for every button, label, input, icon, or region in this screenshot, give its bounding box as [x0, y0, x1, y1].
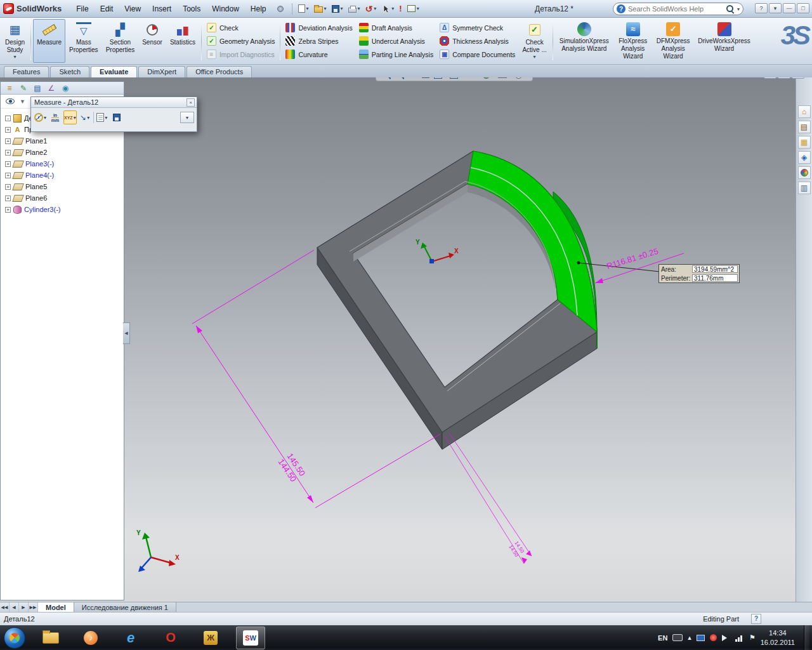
measurement-history-button[interactable]: ▾: [96, 110, 108, 124]
pin-menubar-icon[interactable]: [277, 6, 284, 12]
language-indicator[interactable]: EN: [658, 634, 667, 642]
expand-icon[interactable]: +: [5, 184, 11, 190]
ribbon-button-geometry-analysis[interactable]: ✓Geometry Analysis: [204, 35, 278, 47]
ribbon-button-driveworksxpress-wizard[interactable]: DriveWorksXpress Wizard: [694, 19, 755, 63]
taskbar-item-internet-explorer[interactable]: e: [116, 627, 145, 649]
show-xyz-measurements-button[interactable]: XYZ▾: [63, 110, 77, 124]
filter-icon[interactable]: ▼: [20, 98, 25, 105]
property-manager-tab-icon[interactable]: ✎: [18, 83, 29, 93]
ribbon-button-parting-line-analysis[interactable]: Parting Line Analysis: [356, 48, 436, 60]
taskbar-item-media-player[interactable]: ♪: [76, 627, 105, 649]
selected-face[interactable]: [468, 151, 597, 332]
small-dimension[interactable]: 14.50 14.50: [445, 433, 532, 564]
hide-show-tree-items-icon[interactable]: [6, 98, 15, 104]
tab-sketch[interactable]: Sketch: [50, 66, 89, 77]
view-palette-icon[interactable]: ◈: [798, 151, 811, 164]
solidworks-resources-icon[interactable]: ⌂: [798, 105, 811, 118]
menu-view[interactable]: View: [119, 2, 147, 16]
ribbon-button-draft-analysis[interactable]: Draft Analysis: [356, 22, 436, 34]
ribbon-button-undercut-analysis[interactable]: Undercut Analysis: [356, 35, 436, 47]
ribbon-button-compare-documents[interactable]: ▣Compare Documents: [436, 48, 518, 60]
tree-item-plane2[interactable]: + Plane2: [3, 147, 124, 158]
tab-motion-study[interactable]: Исследование движения 1: [74, 602, 176, 612]
measure-dialog-titlebar[interactable]: Measure - Деталь12 ×: [31, 97, 197, 108]
rebuild-button[interactable]: !: [396, 2, 404, 15]
ribbon-button-thickness-analysis[interactable]: Thickness Analysis: [436, 35, 518, 47]
design-library-icon[interactable]: ▤: [798, 121, 811, 133]
tab-dimxpert[interactable]: DimXpert: [138, 66, 185, 77]
ribbon-button-dfmxpress-wizard[interactable]: ✓ DFMXpress Analysis Wizard: [653, 19, 694, 63]
menu-insert[interactable]: Insert: [147, 2, 177, 16]
expand-icon[interactable]: +: [5, 138, 11, 144]
expand-dialog-button[interactable]: ▾: [180, 112, 194, 123]
menu-tools[interactable]: Tools: [177, 2, 206, 16]
select-button[interactable]: ▾: [379, 3, 396, 15]
tab-evaluate[interactable]: Evaluate: [91, 66, 137, 77]
menu-help[interactable]: Help: [245, 2, 272, 16]
radius-dimension-text[interactable]: R116.81 ±0.25: [605, 246, 659, 271]
ribbon-button-section-properties[interactable]: ▞ Section Properties: [102, 19, 139, 63]
tree-item-plane3[interactable]: + Plane3(-): [3, 158, 124, 169]
menu-window[interactable]: Window: [206, 2, 245, 16]
tree-item-plane4[interactable]: + Plane4(-): [3, 169, 124, 181]
ribbon-button-design-study[interactable]: ▦ Design Study ▾: [1, 19, 29, 63]
ribbon-button-zebra-stripes[interactable]: Zebra Stripes: [282, 35, 355, 47]
quick-tips-help-icon[interactable]: ?: [751, 614, 761, 624]
point-to-point-button[interactable]: ↘▾: [79, 110, 91, 124]
taskbar-item-application[interactable]: Ж: [196, 627, 225, 649]
tab-model[interactable]: Model: [38, 602, 74, 612]
open-button[interactable]: ▾: [311, 3, 329, 15]
search-input[interactable]: [628, 5, 723, 13]
close-icon[interactable]: ×: [187, 98, 195, 107]
help-menu-button[interactable]: ▾: [769, 3, 782, 13]
tree-item-plane6[interactable]: + Plane6: [3, 192, 124, 204]
hidden-icons-arrow[interactable]: ▴: [688, 633, 691, 642]
save-measurement-button[interactable]: [110, 110, 123, 124]
expand-icon[interactable]: +: [5, 173, 11, 178]
ribbon-button-measure[interactable]: Measure: [33, 19, 65, 63]
options-button[interactable]: ▾: [405, 3, 422, 14]
custom-properties-icon[interactable]: ▥: [798, 182, 811, 194]
taskbar-clock[interactable]: 14:34 16.02.2011: [761, 628, 795, 647]
network-tray-icon[interactable]: [735, 634, 744, 642]
expand-icon[interactable]: +: [5, 196, 11, 201]
tab-office-products[interactable]: Office Products: [187, 66, 252, 77]
action-center-icon[interactable]: ⚑: [749, 633, 756, 642]
show-desktop-button[interactable]: [804, 625, 809, 650]
display-manager-tab-icon[interactable]: ◉: [60, 83, 70, 93]
measure-dialog[interactable]: Measure - Деталь12 × ▾ in mm XYZ▾ ↘▾ ▾ ▾: [30, 96, 197, 132]
dimxpert-manager-tab-icon[interactable]: ∠: [46, 83, 56, 93]
antivirus-tray-icon[interactable]: [710, 634, 717, 641]
print-button[interactable]: ▾: [346, 3, 363, 15]
ribbon-button-simulationxpress-wizard[interactable]: SimulationXpress Analysis Wizard: [555, 19, 613, 63]
start-button[interactable]: [4, 627, 25, 649]
ribbon-button-sensor[interactable]: Sensor: [138, 19, 166, 63]
file-explorer-icon[interactable]: ▦: [798, 136, 811, 149]
expand-icon[interactable]: +: [5, 161, 11, 167]
scroll-right-icon[interactable]: ▶: [19, 602, 29, 612]
collapse-icon[interactable]: -: [5, 116, 11, 121]
taskbar-item-explorer[interactable]: [36, 627, 65, 649]
scroll-left-icon[interactable]: ◀: [10, 602, 19, 612]
ribbon-button-import-diagnostics[interactable]: ≡Import Diagnostics: [204, 48, 278, 60]
expand-icon[interactable]: +: [5, 127, 11, 133]
ribbon-button-statistics[interactable]: Statistics: [166, 19, 199, 63]
scroll-last-icon[interactable]: ▶▶: [29, 602, 38, 612]
tree-item-plane1[interactable]: + Plane1: [3, 135, 124, 147]
volume-tray-icon[interactable]: [722, 635, 730, 641]
help-button[interactable]: ?: [755, 3, 768, 13]
ribbon-button-check-active[interactable]: ✓ Check Active ... ▾: [518, 19, 550, 63]
taskbar-item-opera[interactable]: O: [156, 627, 185, 649]
taskbar-item-solidworks[interactable]: SW: [236, 627, 265, 649]
keyboard-layout-icon[interactable]: [672, 634, 683, 641]
display-tray-icon[interactable]: [697, 635, 705, 641]
feature-tree-tab-icon[interactable]: ≡: [4, 83, 15, 93]
ribbon-button-curvature[interactable]: Curvature: [282, 48, 355, 60]
undo-button[interactable]: ↺▾: [363, 3, 379, 15]
arc-circle-measurements-button[interactable]: ▾: [34, 110, 47, 124]
expand-icon[interactable]: +: [5, 150, 11, 156]
save-button[interactable]: ▾: [329, 3, 346, 15]
ribbon-button-symmetry-check[interactable]: ΔSymmetry Check: [436, 22, 518, 34]
ribbon-button-floxpress-wizard[interactable]: ≈ FloXpress Analysis Wizard: [613, 19, 653, 63]
ribbon-button-check[interactable]: ✓Check: [204, 22, 278, 34]
